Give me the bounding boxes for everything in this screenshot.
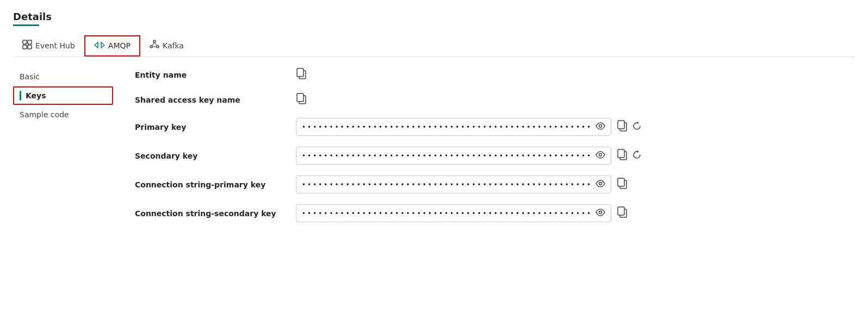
- field-row-shared-access: Shared access key name: [135, 93, 855, 107]
- svg-point-17: [599, 154, 602, 156]
- field-value-secondary-key: ••••••••••••••••••••••••••••••••••••••••…: [296, 147, 643, 165]
- sidebar-item-keys[interactable]: Keys: [13, 86, 113, 105]
- conn-secondary-dots: ••••••••••••••••••••••••••••••••••••••••…: [302, 210, 591, 217]
- svg-rect-3: [28, 45, 32, 49]
- tab-kafka-label: Kafka: [163, 41, 184, 50]
- field-row-secondary-key: Secondary key ••••••••••••••••••••••••••…: [135, 147, 855, 165]
- sidebar: Basic Keys Sample code: [13, 68, 122, 233]
- refresh-icon-primary-key[interactable]: [631, 120, 643, 134]
- field-row-entity-name: Entity name: [135, 68, 855, 82]
- tab-event-hub-label: Event Hub: [35, 41, 75, 50]
- field-value-primary-key: ••••••••••••••••••••••••••••••••••••••••…: [296, 118, 643, 136]
- tab-amqp-label: AMQP: [108, 41, 131, 50]
- field-value-conn-primary: ••••••••••••••••••••••••••••••••••••••••…: [296, 175, 629, 193]
- secondary-key-eye-icon[interactable]: [596, 150, 605, 161]
- title-underline: [13, 24, 39, 26]
- svg-line-8: [154, 42, 157, 46]
- kafka-icon: [150, 40, 159, 52]
- conn-primary-input: ••••••••••••••••••••••••••••••••••••••••…: [296, 175, 611, 193]
- conn-primary-eye-icon[interactable]: [596, 179, 605, 190]
- field-label-conn-secondary: Connection string-secondary key: [135, 209, 287, 218]
- svg-point-14: [599, 125, 602, 128]
- field-value-shared-access: [296, 93, 307, 107]
- svg-rect-1: [28, 40, 32, 44]
- copy-icon-secondary-key[interactable]: [616, 148, 629, 164]
- tabs-row: Event Hub AMQP K: [13, 35, 855, 57]
- copy-icon-entity-name[interactable]: [296, 68, 307, 82]
- field-label-entity-name: Entity name: [135, 71, 287, 79]
- copy-icon-primary-key[interactable]: [616, 119, 629, 135]
- secondary-key-actions: [616, 148, 643, 164]
- field-label-conn-primary: Connection string-primary key: [135, 180, 287, 189]
- svg-rect-19: [618, 149, 624, 158]
- sidebar-item-keys-label: Keys: [26, 91, 46, 100]
- sidebar-item-sample-code[interactable]: Sample code: [13, 106, 113, 123]
- primary-key-dots: ••••••••••••••••••••••••••••••••••••••••…: [302, 123, 591, 131]
- primary-key-actions: [616, 119, 643, 135]
- field-value-conn-secondary: ••••••••••••••••••••••••••••••••••••••••…: [296, 204, 629, 222]
- svg-rect-25: [618, 207, 624, 215]
- amqp-icon: [94, 41, 105, 51]
- primary-key-eye-icon[interactable]: [596, 122, 605, 132]
- field-label-shared-access: Shared access key name: [135, 96, 287, 104]
- field-row-conn-secondary: Connection string-secondary key ••••••••…: [135, 204, 855, 222]
- main-content: Entity name Shared access key name: [122, 68, 855, 233]
- svg-point-20: [599, 183, 602, 185]
- conn-primary-dots: ••••••••••••••••••••••••••••••••••••••••…: [302, 181, 591, 189]
- event-hub-icon: [22, 40, 32, 52]
- copy-icon-shared-access[interactable]: [296, 93, 307, 107]
- field-label-secondary-key: Secondary key: [135, 152, 287, 160]
- svg-line-7: [152, 42, 154, 46]
- field-label-primary-key: Primary key: [135, 123, 287, 131]
- field-row-primary-key: Primary key ••••••••••••••••••••••••••••…: [135, 118, 855, 136]
- field-row-conn-primary: Connection string-primary key ••••••••••…: [135, 175, 855, 193]
- primary-key-input: ••••••••••••••••••••••••••••••••••••••••…: [296, 118, 611, 136]
- svg-rect-11: [297, 68, 303, 77]
- sidebar-item-basic[interactable]: Basic: [13, 68, 113, 85]
- secondary-key-input: ••••••••••••••••••••••••••••••••••••••••…: [296, 147, 611, 165]
- svg-rect-22: [618, 178, 624, 186]
- field-value-entity-name: [296, 68, 307, 82]
- tab-event-hub[interactable]: Event Hub: [13, 35, 84, 56]
- conn-secondary-input: ••••••••••••••••••••••••••••••••••••••••…: [296, 204, 611, 222]
- svg-rect-13: [297, 93, 303, 102]
- svg-rect-16: [618, 121, 624, 129]
- copy-icon-conn-primary[interactable]: [616, 177, 629, 193]
- secondary-key-dots: ••••••••••••••••••••••••••••••••••••••••…: [302, 152, 591, 160]
- refresh-icon-secondary-key[interactable]: [631, 149, 643, 163]
- svg-rect-0: [23, 40, 27, 44]
- tab-amqp[interactable]: AMQP: [84, 35, 140, 56]
- conn-secondary-eye-icon[interactable]: [596, 208, 605, 218]
- tab-kafka[interactable]: Kafka: [140, 35, 193, 56]
- svg-point-4: [153, 40, 156, 42]
- copy-icon-conn-secondary[interactable]: [616, 205, 629, 222]
- page-title: Details: [13, 11, 855, 22]
- svg-point-23: [599, 211, 602, 214]
- svg-rect-2: [23, 45, 27, 49]
